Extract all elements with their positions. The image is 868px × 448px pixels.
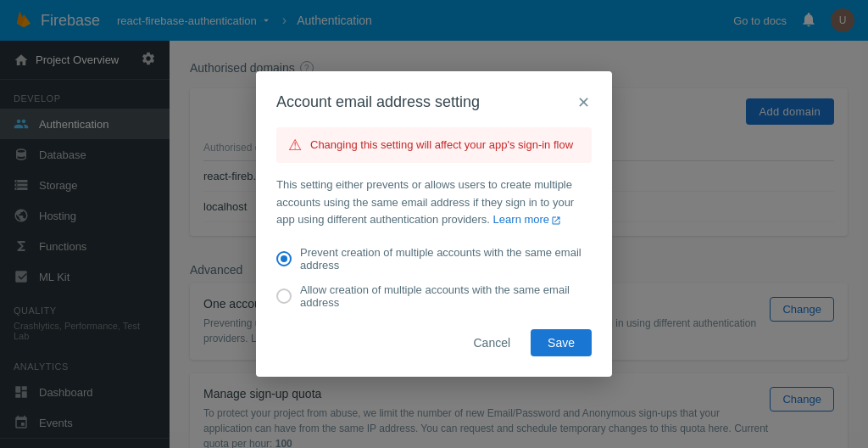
dialog-overlay: Account email address setting ✕ ⚠ Changi…	[0, 0, 868, 448]
dialog-header: Account email address setting ✕	[276, 92, 592, 114]
radio-group: Prevent creation of multiple accounts wi…	[276, 246, 592, 309]
radio-allow-circle	[276, 288, 292, 304]
dialog-close-button[interactable]: ✕	[576, 92, 592, 114]
radio-prevent-circle	[276, 251, 292, 266]
radio-allow-label: Allow creation of multiple accounts with…	[300, 283, 592, 309]
dialog-learn-more-link[interactable]: Learn more	[493, 211, 561, 229]
dialog-actions: Cancel Save	[276, 329, 592, 356]
radio-allow[interactable]: Allow creation of multiple accounts with…	[276, 283, 592, 309]
external-link-icon2	[551, 216, 561, 226]
save-button[interactable]: Save	[531, 329, 592, 356]
cancel-button[interactable]: Cancel	[459, 329, 524, 356]
radio-prevent[interactable]: Prevent creation of multiple accounts wi…	[276, 246, 592, 272]
warning-icon: ⚠	[288, 136, 302, 154]
account-email-dialog: Account email address setting ✕ ⚠ Changi…	[256, 71, 612, 377]
warning-text: Changing this setting will affect your a…	[310, 138, 573, 151]
radio-prevent-label: Prevent creation of multiple accounts wi…	[300, 246, 592, 272]
warning-banner: ⚠ Changing this setting will affect your…	[276, 127, 592, 163]
dialog-description: This setting either prevents or allows u…	[276, 176, 592, 229]
dialog-title: Account email address setting	[276, 93, 480, 111]
